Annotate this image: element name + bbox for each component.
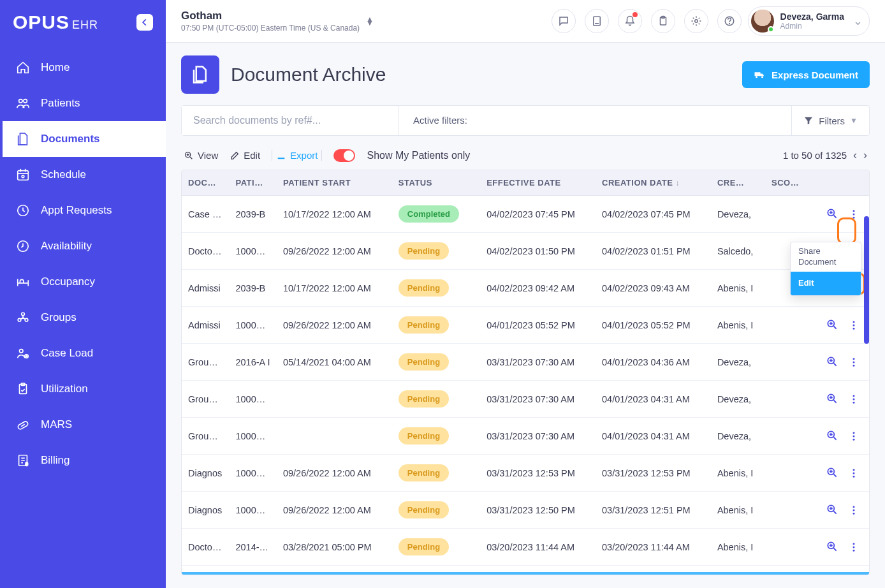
cell-status: Pending bbox=[392, 270, 480, 307]
filter-bar: Active filters: Filters ▼ bbox=[181, 105, 870, 136]
pager-next[interactable]: › bbox=[863, 149, 867, 162]
sidebar-item-home[interactable]: Home bbox=[0, 50, 166, 85]
org-switcher[interactable]: ▲▼ bbox=[366, 17, 374, 25]
sidebar-item-schedule[interactable]: Schedule bbox=[0, 157, 166, 193]
cell-doc: Admissi bbox=[182, 307, 229, 344]
row-more-icon[interactable] bbox=[845, 316, 863, 334]
table-row[interactable]: Admissi2039-B10/17/2022 12:00 AMPending0… bbox=[182, 270, 869, 307]
sidebar-item-groups[interactable]: Groups bbox=[0, 300, 166, 335]
table-row[interactable]: Diagnos100001709/26/2022 12:00 AMPending… bbox=[182, 455, 869, 492]
sidebar-item-mars[interactable]: MARS bbox=[0, 407, 166, 443]
filters-button[interactable]: Filters ▼ bbox=[791, 106, 869, 135]
row-more-icon[interactable] bbox=[845, 205, 863, 223]
sidebar-collapse-button[interactable] bbox=[136, 14, 153, 31]
row-view-icon[interactable] bbox=[823, 464, 841, 481]
table-row[interactable]: Doctor O2014-A O03/28/2021 05:00 PMPendi… bbox=[182, 529, 869, 566]
svg-point-80 bbox=[853, 436, 855, 437]
scrollbar[interactable] bbox=[864, 216, 869, 344]
col-scope[interactable]: SCO… bbox=[765, 170, 808, 196]
sidebar-item-documents[interactable]: Documents bbox=[0, 121, 166, 157]
row-more-icon[interactable] bbox=[845, 353, 863, 371]
table-row[interactable]: Diagnos100001709/26/2022 12:00 AMPending… bbox=[182, 492, 869, 529]
bed-icon bbox=[15, 274, 31, 290]
svg-point-65 bbox=[853, 358, 855, 360]
sidebar-item-availability[interactable]: Availability bbox=[0, 228, 166, 264]
menu-share-document[interactable]: Share Document bbox=[791, 242, 861, 272]
show-my-patients-toggle[interactable] bbox=[333, 149, 355, 162]
svg-line-62 bbox=[834, 364, 837, 366]
documents-icon bbox=[191, 65, 210, 84]
cell-creator: Abenis, I bbox=[711, 529, 765, 566]
app-header: Gotham 07:50 PM (UTC-05:00) Eastern Time… bbox=[166, 0, 885, 43]
active-filters-label: Active filters: bbox=[399, 106, 791, 135]
pager-prev[interactable]: ‹ bbox=[853, 149, 857, 162]
svg-line-69 bbox=[834, 401, 837, 403]
svg-line-83 bbox=[834, 474, 837, 477]
row-view-icon[interactable] bbox=[823, 538, 841, 555]
sidebar-item-patients[interactable]: Patients bbox=[0, 85, 166, 121]
search-input[interactable] bbox=[182, 106, 399, 135]
cell-creator: Salcedo, bbox=[711, 233, 765, 270]
row-more-icon[interactable] bbox=[845, 538, 863, 556]
table-row[interactable]: Admissi100001709/26/2022 12:00 AMPending… bbox=[182, 307, 869, 344]
edit-button[interactable]: Edit bbox=[230, 150, 260, 161]
bell-icon[interactable] bbox=[618, 9, 642, 33]
col-start[interactable]: PATIENT START bbox=[277, 170, 392, 196]
cell-creator: Deveza, bbox=[711, 344, 765, 381]
sidebar-item-billing[interactable]: $Billing bbox=[0, 443, 166, 478]
cell-creator: Abenis, I bbox=[711, 307, 765, 344]
cell-status: Pending bbox=[392, 307, 480, 344]
row-view-icon[interactable] bbox=[823, 205, 841, 223]
cell-creation: 03/20/2023 11:44 AM bbox=[596, 529, 711, 566]
table-row[interactable]: Group Se1000049Pending03/31/2023 07:30 A… bbox=[182, 381, 869, 418]
user-menu[interactable]: Deveza, Garma Admin ⌄ bbox=[748, 6, 870, 36]
table-row[interactable]: Group Se2016-A I05/14/2021 04:00 AMPendi… bbox=[182, 344, 869, 381]
sidebar-item-utilization[interactable]: Utilization bbox=[0, 371, 166, 407]
table-row[interactable]: Doctor O100001709/26/2022 12:00 AMPendin… bbox=[182, 233, 869, 270]
chat-icon[interactable] bbox=[552, 9, 576, 33]
express-document-button[interactable]: Express Document bbox=[742, 61, 870, 88]
clipboard-icon[interactable] bbox=[651, 9, 675, 33]
export-button[interactable]: Export bbox=[272, 150, 322, 161]
row-more-icon[interactable] bbox=[845, 464, 863, 482]
row-view-icon[interactable] bbox=[823, 316, 841, 334]
cell-creation: 04/02/2023 07:45 PM bbox=[596, 196, 711, 233]
sidebar-item-label: Home bbox=[41, 61, 69, 74]
cell-status: Pending bbox=[392, 344, 480, 381]
row-view-icon[interactable] bbox=[823, 575, 841, 575]
table-row[interactable]: Group Se1000051Pending03/31/2023 07:30 A… bbox=[182, 418, 869, 455]
col-patient[interactable]: PATI… bbox=[229, 170, 276, 196]
help-icon[interactable] bbox=[717, 9, 742, 33]
col-effective[interactable]: EFFECTIVE DATE bbox=[480, 170, 596, 196]
svg-line-34 bbox=[834, 216, 837, 218]
cell-start: 10/17/2022 12:00 AM bbox=[277, 270, 392, 307]
col-creator[interactable]: CRE… bbox=[711, 170, 765, 196]
sidebar-item-label: MARS bbox=[41, 418, 72, 431]
table-row[interactable]: Case Ma2039-B10/17/2022 12:00 AMComplete… bbox=[182, 196, 869, 233]
svg-point-86 bbox=[853, 469, 855, 471]
sidebar-item-appt-requests[interactable]: Appt Requests bbox=[0, 193, 166, 228]
gear-icon[interactable] bbox=[684, 9, 708, 33]
col-status[interactable]: STATUS bbox=[392, 170, 480, 196]
cell-creator: Deveza, bbox=[711, 418, 765, 455]
col-creation[interactable]: CREATION DATE↓ bbox=[596, 170, 711, 196]
sidebar-item-occupancy[interactable]: Occupancy bbox=[0, 264, 166, 300]
cell-patient: 1000017 bbox=[229, 307, 276, 344]
row-view-icon[interactable] bbox=[823, 353, 841, 371]
menu-edit[interactable]: Edit bbox=[791, 272, 861, 295]
row-more-icon[interactable] bbox=[845, 501, 863, 519]
view-button[interactable]: View bbox=[184, 150, 218, 161]
row-view-icon[interactable] bbox=[823, 390, 841, 408]
sidebar-item-case-load[interactable]: Case Load bbox=[0, 335, 166, 371]
cell-start: 09/26/2022 12:00 AM bbox=[277, 455, 392, 492]
row-more-icon[interactable] bbox=[845, 390, 863, 408]
row-view-icon[interactable] bbox=[823, 501, 841, 518]
svg-point-101 bbox=[853, 547, 855, 548]
row-more-icon[interactable] bbox=[845, 427, 863, 445]
cell-creator: Abenis, I bbox=[711, 492, 765, 529]
row-view-icon[interactable] bbox=[823, 427, 841, 445]
cell-doc: Group Se bbox=[182, 344, 229, 381]
book-icon[interactable] bbox=[585, 9, 609, 33]
svg-point-59 bbox=[853, 325, 855, 327]
col-doc[interactable]: DOC… bbox=[182, 170, 229, 196]
